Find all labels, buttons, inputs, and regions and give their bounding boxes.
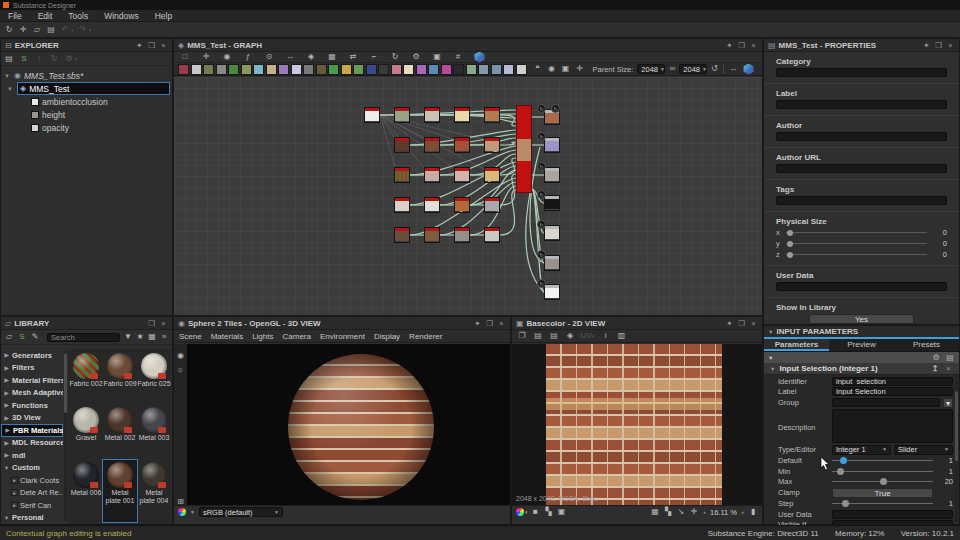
histogram-icon[interactable]: ▥ [617, 331, 627, 342]
grid-view-icon[interactable]: ▦ [147, 332, 157, 343]
menu-file[interactable]: File [0, 11, 30, 21]
view3d-menu-display[interactable]: Display [374, 332, 400, 341]
library-tree-item-mdl[interactable]: ▶mdl [1, 449, 63, 462]
node-preset-swatch[interactable] [441, 64, 452, 75]
colorspace-dropdown[interactable]: sRGB (default)▼ [199, 507, 283, 517]
output-node-badge-icon[interactable]: ↻ [537, 104, 546, 113]
output-node-badge-icon[interactable]: ↻ [537, 132, 546, 141]
colorspace-icon[interactable] [516, 508, 524, 516]
material-thumb-metal-plate-004[interactable]: Metal plate 004 [137, 460, 171, 522]
image-icon[interactable]: ▣ [561, 64, 571, 75]
view3d-viewport[interactable]: ◉☼⊞ [174, 344, 510, 506]
graph-node[interactable] [484, 167, 500, 183]
graph-node[interactable] [424, 167, 440, 183]
pan-hand-icon[interactable]: ✛ [689, 507, 699, 518]
nodes-icon[interactable]: ◈ [306, 52, 316, 63]
search-input[interactable]: Search [47, 333, 120, 342]
group-input[interactable] [832, 398, 940, 407]
clamp-toggle[interactable]: True [832, 488, 933, 498]
material-thumb-metal-003[interactable]: Metal 003 [137, 405, 171, 459]
expose-icon[interactable]: ↥ [930, 363, 940, 374]
graph-node[interactable] [544, 195, 560, 211]
graph-node-multi-material-blend[interactable] [516, 105, 532, 193]
label-input[interactable]: Input Selection [832, 387, 953, 396]
explorer-output-height[interactable]: height [31, 108, 170, 121]
material-thumb-fabric-025[interactable]: Fabric 025 [137, 351, 171, 405]
node-preset-swatch[interactable] [316, 64, 327, 75]
node-preset-swatch[interactable] [353, 64, 364, 75]
image-icon[interactable]: ▣ [432, 52, 442, 63]
chevron-down-icon[interactable]: ▼ [3, 86, 17, 92]
node-preset-swatch[interactable] [478, 64, 489, 75]
node-preset-swatch[interactable] [453, 64, 464, 75]
float-icon[interactable]: ❐ [737, 319, 746, 328]
save-icon[interactable]: ▤ [46, 24, 56, 35]
float-icon[interactable]: ❐ [737, 41, 746, 50]
node-preset-swatch[interactable] [341, 64, 352, 75]
material-thumb-metal-plate-001[interactable]: Metal plate 001 [103, 460, 137, 522]
info-icon[interactable]: i [601, 331, 611, 342]
tab-presets[interactable]: Presets [894, 339, 959, 351]
corner-icon[interactable]: ⌐ [369, 52, 379, 63]
node-preset-swatch[interactable] [291, 64, 302, 75]
node-preset-swatch[interactable] [203, 64, 214, 75]
pan-icon[interactable]: ✛ [201, 52, 211, 63]
max-slider[interactable] [832, 477, 933, 486]
graph-node[interactable] [484, 107, 500, 123]
link-substance-icon[interactable]: S [17, 332, 27, 343]
view2d-viewport[interactable]: 2048 x 2048, RGBA, 8bpc [512, 344, 762, 506]
picker-icon[interactable]: ▣ [557, 507, 567, 518]
author-input[interactable] [776, 132, 947, 141]
label-input[interactable] [776, 100, 947, 109]
node-preset-swatch[interactable] [516, 64, 527, 75]
physical-size-slider[interactable] [786, 250, 927, 259]
more-icon[interactable]: » [159, 332, 169, 343]
filter-icon[interactable]: ▼ [123, 332, 133, 343]
zoom-level[interactable]: 16.11 % [710, 508, 737, 517]
node-preset-swatch[interactable] [491, 64, 502, 75]
graph-node[interactable] [484, 227, 500, 243]
sync-icon[interactable]: ↻ [4, 24, 14, 35]
material-thumb-fabric-002[interactable]: Fabric 002 [69, 351, 103, 405]
description-input[interactable] [832, 409, 953, 443]
physical-size-slider[interactable] [786, 228, 927, 237]
graph-node[interactable] [454, 227, 470, 243]
camera-icon[interactable]: ◉ [222, 52, 232, 63]
graph-node[interactable] [424, 137, 440, 153]
group-dropdown-button[interactable]: ▾ [943, 398, 953, 408]
lock-icon[interactable]: ▮ [748, 507, 758, 518]
light-icon[interactable]: ☼ [176, 366, 186, 374]
collapse-icon[interactable]: ▼ [768, 329, 773, 335]
export-icon[interactable]: ↑ [34, 53, 44, 64]
node-preset-swatch[interactable] [466, 64, 477, 75]
pin-icon[interactable]: ✦ [473, 319, 482, 328]
output-node-badge-icon[interactable]: ↻ [537, 190, 546, 199]
function-icon[interactable]: ƒ [243, 52, 253, 63]
node-preset-swatch[interactable] [178, 64, 189, 75]
graph-node[interactable] [484, 137, 500, 153]
favorites-icon[interactable]: ★ [135, 332, 145, 343]
channels-icon[interactable]: ▚ [544, 507, 554, 518]
frame-icon[interactable]: # [453, 52, 463, 63]
graph-node[interactable] [454, 167, 470, 183]
pin-icon[interactable]: ✦ [725, 41, 734, 50]
settings-icon[interactable]: ⚙ [64, 53, 74, 64]
refresh-icon[interactable]: ↻ [49, 53, 59, 64]
node-preset-swatch[interactable] [278, 64, 289, 75]
tile-icon[interactable]: ▚ [663, 507, 673, 518]
output-node-badge-icon[interactable]: ↻ [537, 250, 546, 259]
close-icon[interactable]: × [749, 41, 758, 50]
pin-node-icon[interactable]: ◉ [547, 64, 557, 75]
param-group-header[interactable]: ▼ Input Selection (Integer 1) ↥ × [764, 363, 959, 375]
wrench-icon[interactable]: ⚙ [411, 52, 421, 63]
params-scrollbar[interactable] [955, 381, 958, 521]
save-preset-icon[interactable]: ▤ [945, 352, 955, 363]
node-preset-swatch[interactable] [416, 64, 427, 75]
output-node-badge-icon[interactable]: ↻ [537, 279, 546, 288]
pin-icon[interactable]: ✦ [922, 41, 931, 50]
node-preset-swatch[interactable] [391, 64, 402, 75]
view3d-menu-scene[interactable]: Scene [179, 332, 202, 341]
grid-icon[interactable]: ▦ [650, 507, 660, 518]
show-in-library-button[interactable]: Yes [809, 314, 914, 324]
new-substance-icon[interactable]: ✛ [18, 24, 28, 35]
